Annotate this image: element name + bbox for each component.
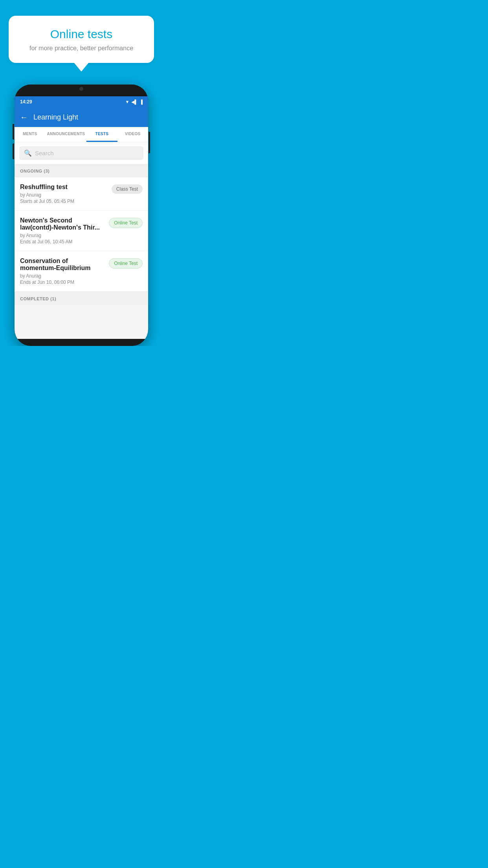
phone-notch	[64, 85, 99, 93]
test-badge-class: Class Test	[112, 184, 143, 194]
completed-section-header: COMPLETED (1)	[15, 292, 148, 305]
tab-ments[interactable]: MENTS	[15, 127, 45, 142]
completed-label: COMPLETED (1)	[20, 296, 56, 301]
test-name: Reshuffling test	[20, 184, 108, 191]
phone-notch-bar	[15, 85, 148, 96]
status-time: 14:29	[20, 99, 32, 105]
search-icon: 🔍	[24, 149, 32, 157]
promo-title: Online tests	[20, 28, 142, 41]
test-info: Reshuffling test by Anurag Starts at Jul…	[20, 184, 112, 204]
test-badge-online: Online Test	[109, 218, 143, 228]
status-icons: ▼ ◀▌ ▐	[125, 99, 143, 105]
volume-up-button	[13, 124, 14, 140]
phone-bottom	[15, 339, 148, 346]
battery-icon: ▐	[139, 99, 143, 104]
test-time: Starts at Jul 05, 05:45 PM	[20, 199, 108, 204]
speech-bubble: Online tests for more practice, better p…	[9, 16, 154, 63]
tab-announcements[interactable]: ANNOUNCEMENTS	[45, 127, 86, 142]
screen-content: 🔍 Search ONGOING (3) Reshuffling test by…	[15, 142, 148, 339]
volume-down-button	[13, 143, 14, 159]
test-time: Ends at Jun 10, 06:00 PM	[20, 280, 105, 285]
test-badge-online: Online Test	[109, 258, 143, 268]
app-title: Learning Light	[33, 113, 78, 121]
signal-icon: ◀▌	[131, 99, 138, 105]
test-item[interactable]: Conservation of momentum-Equilibrium by …	[15, 251, 148, 292]
back-button[interactable]: ←	[20, 113, 28, 122]
ongoing-label: ONGOING (3)	[20, 169, 50, 173]
test-author: by Anurag	[20, 192, 108, 198]
phone-screen: 14:29 ▼ ◀▌ ▐ ← Learning Light MENTS ANNO…	[15, 85, 148, 346]
test-item[interactable]: Newton's Second law(contd)-Newton's Thir…	[15, 211, 148, 251]
app-header: ← Learning Light	[15, 107, 148, 127]
tab-tests[interactable]: TESTS	[86, 127, 117, 142]
promo-subtitle: for more practice, better performance	[20, 45, 142, 52]
test-info: Conservation of momentum-Equilibrium by …	[20, 257, 109, 285]
front-camera	[79, 87, 83, 91]
search-bar[interactable]: 🔍 Search	[19, 146, 143, 160]
search-container: 🔍 Search	[15, 142, 148, 164]
search-placeholder: Search	[35, 150, 54, 156]
promo-section: Online tests for more practice, better p…	[0, 0, 163, 63]
test-author: by Anurag	[20, 273, 105, 279]
power-button	[149, 132, 150, 153]
test-time: Ends at Jul 06, 10:45 AM	[20, 239, 105, 245]
status-bar: 14:29 ▼ ◀▌ ▐	[15, 96, 148, 107]
test-info: Newton's Second law(contd)-Newton's Thir…	[20, 217, 109, 245]
test-name: Conservation of momentum-Equilibrium	[20, 257, 105, 272]
wifi-icon: ▼	[125, 99, 130, 104]
ongoing-section-header: ONGOING (3)	[15, 164, 148, 177]
phone-device: 14:29 ▼ ◀▌ ▐ ← Learning Light MENTS ANNO…	[15, 85, 148, 346]
test-list: Reshuffling test by Anurag Starts at Jul…	[15, 177, 148, 292]
tab-videos[interactable]: VIDEOS	[117, 127, 148, 142]
tabs-bar: MENTS ANNOUNCEMENTS TESTS VIDEOS	[15, 127, 148, 142]
test-author: by Anurag	[20, 233, 105, 238]
test-item[interactable]: Reshuffling test by Anurag Starts at Jul…	[15, 177, 148, 211]
test-name: Newton's Second law(contd)-Newton's Thir…	[20, 217, 105, 231]
